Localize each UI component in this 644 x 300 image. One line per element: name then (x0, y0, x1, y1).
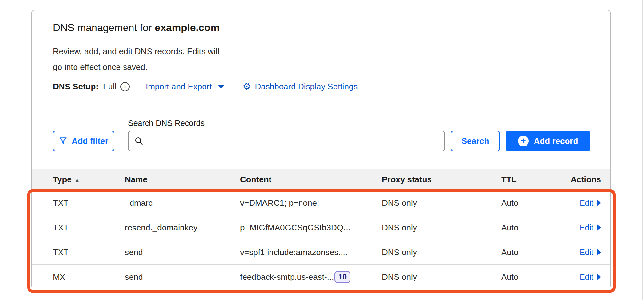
info-icon[interactable]: i (120, 82, 130, 91)
cell-proxy-status: DNS only (382, 223, 501, 233)
dns-setup-label: DNS Setup: (53, 82, 99, 92)
plus-icon: + (518, 136, 529, 146)
table-header-row: Type▲ Name Content Proxy status TTL Acti… (32, 169, 610, 190)
add-filter-button[interactable]: Add filter (53, 131, 114, 151)
column-header-proxy-status: Proxy status (382, 175, 501, 185)
column-header-type-label: Type (53, 175, 72, 184)
cell-name: resend._domainkey (125, 223, 240, 233)
cell-name: send (125, 272, 240, 282)
import-export-link[interactable]: Import and Export (146, 82, 225, 92)
page-title-prefix: DNS management for (53, 22, 155, 33)
dashboard-display-settings-link[interactable]: Dashboard Display Settings (255, 82, 358, 92)
chevron-right-icon (597, 224, 601, 231)
cell-ttl: Auto (501, 272, 560, 282)
search-records-label: Search DNS Records (128, 119, 205, 128)
dashboard-display-settings-label: Dashboard Display Settings (255, 82, 358, 92)
column-header-name: Name (125, 175, 240, 185)
table-row: TXT send v=spf1 include:amazonses.... DN… (32, 240, 610, 264)
cell-actions: Edit (560, 223, 601, 233)
page-subtitle: Review, add, and edit DNS records. Edits… (53, 44, 219, 75)
search-icon (134, 137, 143, 146)
cell-content: v=spf1 include:amazonses.... (240, 247, 382, 257)
page-title: DNS management for example.com (53, 22, 220, 34)
edit-link-label: Edit (580, 272, 593, 282)
edit-link[interactable]: Edit (580, 248, 601, 257)
search-button[interactable]: Search (451, 131, 500, 151)
dns-setup-row: DNS Setup: Full i Import and Export ⚙ Da… (53, 79, 358, 94)
page-subtitle-line1: Review, add, and edit DNS records. Edits… (53, 44, 219, 59)
search-button-label: Search (462, 136, 489, 146)
cell-name: send (125, 247, 240, 257)
search-input-container (128, 131, 445, 151)
cell-ttl: Auto (501, 198, 560, 208)
edit-link[interactable]: Edit (580, 223, 601, 232)
cell-content-text: v=spf1 include:amazonses.... (240, 247, 348, 257)
search-controls: Add filter Search + Add record (32, 131, 610, 152)
cell-proxy-status: DNS only (382, 272, 501, 282)
sort-ascending-icon: ▲ (75, 177, 80, 183)
column-header-content: Content (240, 175, 382, 185)
add-record-label: Add record (534, 136, 578, 146)
import-export-label: Import and Export (146, 82, 212, 92)
chevron-right-icon (597, 249, 601, 256)
cell-proxy-status: DNS only (382, 247, 501, 257)
cell-proxy-status: DNS only (382, 198, 501, 208)
table-row: MX send feedback-smtp.us-east-... 10 DNS… (32, 264, 610, 289)
cell-type: TXT (53, 247, 125, 257)
dns-management-card: DNS management for example.com Review, a… (31, 10, 611, 289)
search-input[interactable] (148, 137, 439, 146)
page-subtitle-line2: go into effect once saved. (53, 59, 219, 75)
cell-ttl: Auto (501, 223, 560, 233)
chevron-right-icon (597, 273, 601, 280)
dns-records-table: Type▲ Name Content Proxy status TTL Acti… (32, 169, 610, 289)
cell-content-text: p=MIGfMA0GCSqGSIb3DQ... (240, 223, 350, 233)
cell-type: TXT (53, 198, 125, 208)
add-filter-label: Add filter (72, 136, 108, 146)
cell-content-text: v=DMARC1; p=none; (240, 198, 319, 208)
cell-content: p=MIGfMA0GCSqGSIb3DQ... (240, 223, 382, 233)
cell-type: TXT (53, 223, 125, 233)
chevron-down-icon (218, 85, 225, 89)
edit-link-label: Edit (580, 248, 593, 257)
add-record-button[interactable]: + Add record (506, 131, 590, 151)
cell-name: _dmarc (125, 198, 240, 208)
cell-ttl: Auto (501, 247, 560, 257)
cell-actions: Edit (560, 272, 601, 282)
table-body: TXT _dmarc v=DMARC1; p=none; DNS only Au… (32, 190, 610, 289)
edit-link[interactable]: Edit (580, 272, 601, 282)
column-header-type[interactable]: Type▲ (53, 175, 125, 185)
priority-badge: 10 (334, 271, 350, 283)
cell-content: feedback-smtp.us-east-... 10 (240, 271, 382, 283)
gear-icon: ⚙ (243, 82, 251, 91)
chevron-right-icon (597, 199, 601, 206)
cell-content-text: feedback-smtp.us-east-... (240, 272, 334, 282)
cell-content: v=DMARC1; p=none; (240, 198, 382, 208)
dns-setup-value: Full (103, 82, 117, 92)
edit-link-label: Edit (580, 198, 593, 208)
cell-actions: Edit (560, 247, 601, 257)
cell-type: MX (53, 272, 125, 282)
table-row: TXT resend._domainkey p=MIGfMA0GCSqGSIb3… (32, 215, 610, 240)
edit-link-label: Edit (580, 223, 593, 232)
column-header-ttl: TTL (501, 175, 560, 185)
cell-actions: Edit (560, 198, 601, 208)
page-title-domain: example.com (155, 22, 220, 33)
filter-icon (59, 137, 67, 145)
table-row: TXT _dmarc v=DMARC1; p=none; DNS only Au… (32, 190, 610, 215)
column-header-actions: Actions (560, 175, 601, 185)
edit-link[interactable]: Edit (580, 198, 601, 208)
page-edge-divider (642, 0, 643, 300)
